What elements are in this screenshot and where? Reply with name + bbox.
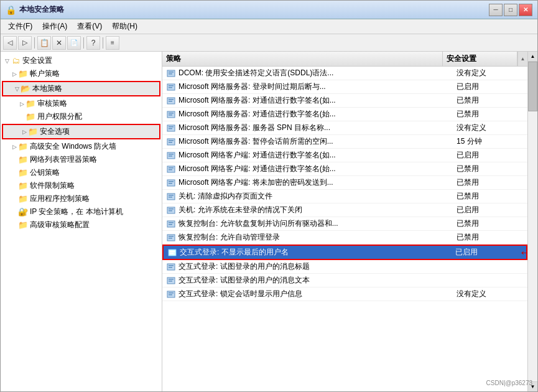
scroll-thumb[interactable]	[528, 62, 537, 111]
help-button[interactable]: ?	[86, 36, 100, 50]
policy-icon	[166, 262, 176, 272]
list-row[interactable]: Microsoft 网络客户端: 将未加密的密码发送到... 已禁用	[162, 176, 527, 190]
menu-file[interactable]: 文件(F)	[3, 20, 37, 33]
tree-item-user-rights[interactable]: ▷ 📁 用户权限分配	[1, 110, 162, 123]
tree-label-ipsec: IP 安全策略，在 本地计算机	[30, 207, 123, 217]
tree-item-network-list[interactable]: ▷ 📁 网络列表管理器策略	[1, 153, 162, 166]
list-row[interactable]: Microsoft 网络客户端: 对通信进行数字签名(始... 已禁用	[162, 162, 527, 176]
menu-help[interactable]: 帮助(H)	[107, 20, 142, 33]
tree-item-ipsec[interactable]: ▷ 🔐 IP 安全策略，在 本地计算机	[1, 205, 162, 218]
close-button[interactable]: ✕	[519, 4, 532, 16]
menu-view[interactable]: 查看(V)	[72, 20, 107, 33]
list-row[interactable]: Microsoft 网络服务器: 对通信进行数字签名(如... 已禁用	[162, 94, 527, 108]
list-row[interactable]: Microsoft 网络服务器: 对通信进行数字签名(始... 已禁用	[162, 108, 527, 121]
svg-rect-38	[169, 238, 172, 239]
policy-name: Microsoft 网络服务器: 服务器 SPN 目标名称...	[179, 123, 330, 133]
tree-label-accounts: 帐户策略	[30, 68, 60, 79]
policy-name: Microsoft 网络客户端: 将未加密的密码发送到...	[179, 177, 333, 188]
svg-rect-2	[169, 73, 172, 75]
tree-item-local-policy[interactable]: ▽ 📂 本地策略	[3, 82, 159, 95]
setting-cell	[453, 280, 527, 281]
tree-item-root[interactable]: ▽ 🗂 安全设置	[1, 54, 162, 67]
setting-cell: 已禁用	[453, 190, 527, 202]
tree-label-security-options: 安全选项	[40, 126, 70, 137]
list-row[interactable]: 交互式登录: 锁定会话时显示用户信息 没有定义	[162, 287, 527, 301]
menu-action[interactable]: 操作(A)	[37, 20, 72, 33]
list-row[interactable]: 关机: 允许系统在未登录的情况下关闭 已启用	[162, 203, 527, 217]
tree-item-adv-audit[interactable]: ▷ 📁 高级审核策略配置	[1, 218, 162, 231]
tree-item-software-restrict[interactable]: ▷ 📁 软件限制策略	[1, 179, 162, 192]
policy-name: 恢复控制台: 允许软盘复制并访问所有驱动器和...	[179, 218, 338, 229]
toolbar: ◁ ▷ 📋 ✕ 📄 ? ≡	[1, 34, 537, 52]
delete-button[interactable]: ✕	[52, 36, 66, 50]
properties-button[interactable]: 📄	[67, 36, 81, 50]
column-policy[interactable]: 策略	[162, 52, 443, 66]
folder-icon-local-policy: 📂	[21, 84, 30, 94]
svg-rect-11	[169, 114, 172, 116]
svg-rect-13	[169, 126, 174, 128]
clipboard-button[interactable]: 📋	[37, 36, 51, 50]
list-row[interactable]: 恢复控制台: 允许软盘复制并访问所有驱动器和... 已禁用	[162, 217, 527, 231]
list-row[interactable]: Microsoft 网络服务器: 暂停会话前所需的空闲... 15 分钟	[162, 135, 527, 149]
list-row[interactable]: Microsoft 网络服务器: 登录时间过期后断与... 已启用	[162, 80, 527, 94]
scroll-up-button[interactable]: ▲	[528, 52, 537, 62]
list-row[interactable]: 交互式登录: 试图登录的用户的消息文本	[162, 274, 527, 287]
policy-cell: Microsoft 网络服务器: 登录时间过期后断与...	[162, 81, 453, 93]
toolbar-separator-1	[34, 37, 35, 49]
svg-rect-23	[169, 169, 172, 170]
policy-cell: Microsoft 网络客户端: 对通信进行数字签名(始...	[162, 163, 453, 175]
policy-cell: Microsoft 网络服务器: 暂停会话前所需的空闲...	[162, 136, 453, 147]
minimize-button[interactable]: ─	[489, 4, 503, 16]
list-row[interactable]: DCOM: 使用安全描述符定义语言(SDDL)语法... 没有定义	[162, 67, 527, 80]
svg-rect-32	[169, 210, 172, 212]
list-row[interactable]: Microsoft 网络服务器: 服务器 SPN 目标名称... 没有定义	[162, 121, 527, 135]
column-setting[interactable]: 安全设置	[443, 52, 517, 66]
policy-icon	[166, 219, 176, 229]
setting-cell: 没有定义	[453, 67, 527, 79]
scrollbar[interactable]: ▲ ▼	[527, 52, 537, 391]
list-row[interactable]: 交互式登录: 试图登录的用户的消息标题	[162, 260, 527, 274]
tree-item-pubkey[interactable]: ▷ 📁 公钥策略	[1, 166, 162, 179]
policy-icon	[166, 82, 176, 92]
svg-rect-14	[169, 128, 172, 129]
policy-cell: Microsoft 网络客户端: 对通信进行数字签名(如...	[162, 149, 453, 161]
policy-name: Microsoft 网络服务器: 对通信进行数字签名(如...	[179, 95, 336, 106]
tree-item-accounts[interactable]: ▷ 📁 帐户策略	[1, 67, 162, 80]
maximize-button[interactable]: □	[504, 4, 517, 16]
policy-cell: Microsoft 网络服务器: 服务器 SPN 目标名称...	[162, 122, 453, 134]
tree-arrow-accounts: ▷	[11, 70, 18, 78]
tree-arrow-firewall: ▷	[11, 143, 18, 151]
window-controls: ─ □ ✕	[489, 4, 532, 16]
policy-cell: 交互式登录: 试图登录的用户的消息标题	[162, 261, 453, 273]
tree-item-applocker[interactable]: ▷ 📁 应用程序控制策略	[1, 192, 162, 205]
policy-cell: 关机: 清除虚拟内存页面文件	[162, 190, 453, 202]
svg-rect-4	[169, 85, 174, 86]
policy-name: 交互式登录: 试图登录的用户的消息标题	[179, 261, 310, 272]
setting-cell: 已禁用	[453, 218, 527, 230]
list-row[interactable]: 关机: 清除虚拟内存页面文件 已禁用	[162, 190, 527, 203]
svg-rect-34	[169, 222, 174, 223]
list-row[interactable]: Microsoft 网络客户端: 对通信进行数字签名(如... 已启用	[162, 149, 527, 162]
svg-rect-16	[169, 140, 174, 141]
tree-label-adv-audit: 高级审核策略配置	[30, 220, 90, 230]
forward-button[interactable]: ▷	[18, 36, 32, 50]
policy-name: 关机: 清除虚拟内存页面文件	[179, 191, 272, 202]
setting-cell: 没有定义	[453, 288, 527, 300]
title-bar: 🔒 本地安全策略 ─ □ ✕	[1, 1, 537, 19]
setting-cell: 已启用	[453, 149, 527, 161]
setting-cell: 已禁用	[453, 231, 527, 243]
tree-item-audit[interactable]: ▷ 📁 审核策略	[1, 97, 162, 110]
folder-icon-applocker: 📁	[18, 194, 28, 204]
tree-item-firewall[interactable]: ▷ 📁 高级安全 Windows 防火墙	[1, 140, 162, 153]
tree-item-security-options[interactable]: ▷ 📁 安全选项	[3, 125, 159, 138]
view-button[interactable]: ≡	[106, 36, 119, 50]
svg-rect-47	[169, 281, 172, 282]
svg-rect-46	[169, 279, 174, 280]
policy-icon	[166, 68, 176, 78]
policy-icon	[166, 123, 176, 133]
toolbar-separator-2	[83, 37, 84, 49]
list-row[interactable]: 恢复控制台: 允许自动管理登录 已禁用	[162, 231, 527, 245]
list-row-selected[interactable]: 交互式登录: 不显示最后的用户名 已启用	[162, 245, 527, 260]
folder-icon-ipsec: 🔐	[18, 207, 28, 217]
back-button[interactable]: ◁	[3, 36, 17, 50]
